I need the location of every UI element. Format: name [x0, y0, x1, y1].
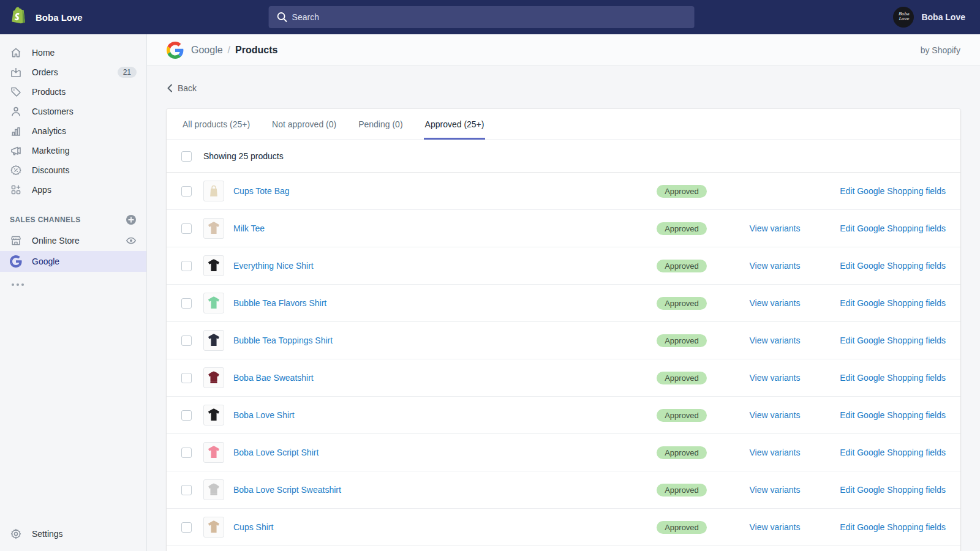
row-checkbox[interactable] — [181, 186, 192, 197]
product-link[interactable]: Bubble Tea Toppings Shirt — [233, 335, 333, 345]
view-variants-link[interactable]: View variants — [749, 373, 800, 383]
topbar: Boba Love Boba Love Boba Love — [0, 0, 980, 34]
sidebar-item-products[interactable]: Products — [0, 82, 146, 102]
row-checkbox[interactable] — [181, 373, 192, 383]
product-link[interactable]: Boba Love Script Shirt — [233, 448, 318, 457]
product-link[interactable]: Cups Tote Bag — [233, 186, 290, 196]
row-checkbox[interactable] — [181, 261, 192, 271]
edit-google-shopping-link[interactable]: Edit Google Shopping fields — [840, 410, 946, 420]
topbar-store[interactable]: Boba Love — [0, 6, 147, 28]
add-channel-icon[interactable] — [126, 214, 137, 225]
product-link[interactable]: Boba Love Shirt — [233, 410, 295, 420]
edit-google-shopping-link[interactable]: Edit Google Shopping fields — [840, 373, 946, 383]
sidebar-item-discounts[interactable]: Discounts — [0, 160, 146, 180]
apps-icon — [10, 184, 22, 196]
edit-cell: Edit Google Shopping fields — [828, 484, 946, 495]
product-thumbnail — [203, 367, 224, 388]
variants-cell: View variants — [722, 484, 828, 495]
product-name-cell: Everything Nice Shirt — [192, 255, 642, 276]
edit-cell: Edit Google Shopping fields — [828, 223, 946, 234]
search-input[interactable] — [269, 6, 695, 28]
sales-channels-header: SALES CHANNELS — [10, 214, 137, 225]
edit-google-shopping-link[interactable]: Edit Google Shopping fields — [840, 448, 946, 457]
topbar-account[interactable]: Boba Love Boba Love — [893, 7, 980, 28]
status-badge: Approved — [657, 521, 707, 534]
sidebar-channel-online-store[interactable]: Online Store — [0, 230, 146, 251]
sidebar-item-marketing[interactable]: Marketing — [0, 141, 146, 160]
tab-bar: All products (25+) Not approved (0) Pend… — [167, 109, 960, 140]
variants-cell: View variants — [722, 522, 828, 533]
edit-google-shopping-link[interactable]: Edit Google Shopping fields — [840, 522, 946, 532]
edit-google-shopping-link[interactable]: Edit Google Shopping fields — [840, 485, 946, 495]
breadcrumb-app[interactable]: Google — [191, 45, 223, 56]
account-name: Boba Love — [921, 12, 965, 22]
status-cell: Approved — [642, 484, 722, 497]
showing-count: Showing 25 products — [203, 151, 284, 161]
product-thumbnail — [203, 293, 224, 313]
row-checkbox[interactable] — [181, 298, 192, 309]
status-cell: Approved — [642, 185, 722, 198]
customers-icon — [10, 105, 22, 118]
edit-google-shopping-link[interactable]: Edit Google Shopping fields — [840, 298, 946, 308]
product-link[interactable]: Everything Nice Shirt — [233, 261, 314, 271]
product-thumbnail — [203, 218, 224, 239]
view-variants-link[interactable]: View variants — [749, 261, 800, 271]
view-variants-link[interactable]: View variants — [749, 448, 800, 457]
row-checkbox[interactable] — [181, 485, 192, 495]
status-cell: Approved — [642, 409, 722, 422]
view-variants-link[interactable]: View variants — [749, 335, 800, 345]
tab-pending[interactable]: Pending (0) — [357, 109, 404, 140]
row-checkbox[interactable] — [181, 335, 192, 346]
orders-count-badge: 21 — [118, 67, 137, 78]
chevron-left-icon — [167, 84, 173, 92]
sidebar-item-customers[interactable]: Customers — [0, 102, 146, 121]
product-name-cell: Bubble Tea Toppings Shirt — [192, 330, 642, 351]
product-link[interactable]: Milk Tee — [233, 223, 265, 233]
product-thumbnail — [203, 479, 224, 500]
view-variants-link[interactable]: View variants — [749, 223, 800, 233]
product-thumbnail — [203, 517, 224, 538]
edit-google-shopping-link[interactable]: Edit Google Shopping fields — [840, 186, 946, 196]
tab-all-products[interactable]: All products (25+) — [181, 109, 251, 140]
view-variants-link[interactable]: View variants — [749, 410, 800, 420]
row-checkbox[interactable] — [181, 522, 192, 533]
product-link[interactable]: Boba Bae Sweatshirt — [233, 373, 314, 383]
view-variants-link[interactable]: View variants — [749, 485, 800, 495]
discount-icon — [10, 164, 22, 176]
variants-cell: View variants — [722, 223, 828, 234]
edit-google-shopping-link[interactable]: Edit Google Shopping fields — [840, 223, 946, 233]
edit-google-shopping-link[interactable]: Edit Google Shopping fields — [840, 335, 946, 345]
product-link[interactable]: Boba Love Script Sweatshirt — [233, 485, 341, 495]
sidebar-channel-google[interactable]: Google — [0, 251, 146, 272]
partial-row — [167, 546, 960, 551]
list-header: Showing 25 products — [167, 140, 960, 173]
tab-not-approved[interactable]: Not approved (0) — [271, 109, 337, 140]
megaphone-icon — [10, 144, 22, 157]
sidebar: Home Orders 21 Products Customers — [0, 34, 147, 551]
sidebar-item-apps[interactable]: Apps — [0, 180, 146, 200]
back-label: Back — [178, 83, 197, 93]
sidebar-item-analytics[interactable]: Analytics — [0, 121, 146, 141]
view-variants-link[interactable]: View variants — [749, 522, 800, 532]
edit-google-shopping-link[interactable]: Edit Google Shopping fields — [840, 261, 946, 271]
edit-cell: Edit Google Shopping fields — [828, 410, 946, 421]
channel-label: Online Store — [32, 236, 80, 246]
row-checkbox[interactable] — [181, 410, 192, 421]
more-channels-icon[interactable] — [0, 272, 146, 295]
tab-approved[interactable]: Approved (25+) — [424, 109, 486, 140]
back-button[interactable]: Back — [167, 83, 197, 93]
sidebar-item-label: Settings — [32, 529, 63, 539]
product-link[interactable]: Cups Shirt — [233, 522, 273, 532]
sidebar-item-orders[interactable]: Orders 21 — [0, 62, 146, 82]
eye-icon[interactable] — [126, 235, 137, 246]
row-checkbox[interactable] — [181, 223, 192, 234]
sidebar-item-home[interactable]: Home — [0, 43, 146, 62]
view-variants-link[interactable]: View variants — [749, 298, 800, 308]
status-badge: Approved — [657, 446, 707, 459]
search-icon — [276, 11, 288, 23]
table-row: Everything Nice Shirt Approved View vari… — [167, 247, 960, 285]
select-all-checkbox[interactable] — [181, 151, 192, 162]
product-link[interactable]: Bubble Tea Flavors Shirt — [233, 298, 326, 308]
sidebar-item-settings[interactable]: Settings — [0, 524, 146, 544]
row-checkbox[interactable] — [181, 448, 192, 458]
